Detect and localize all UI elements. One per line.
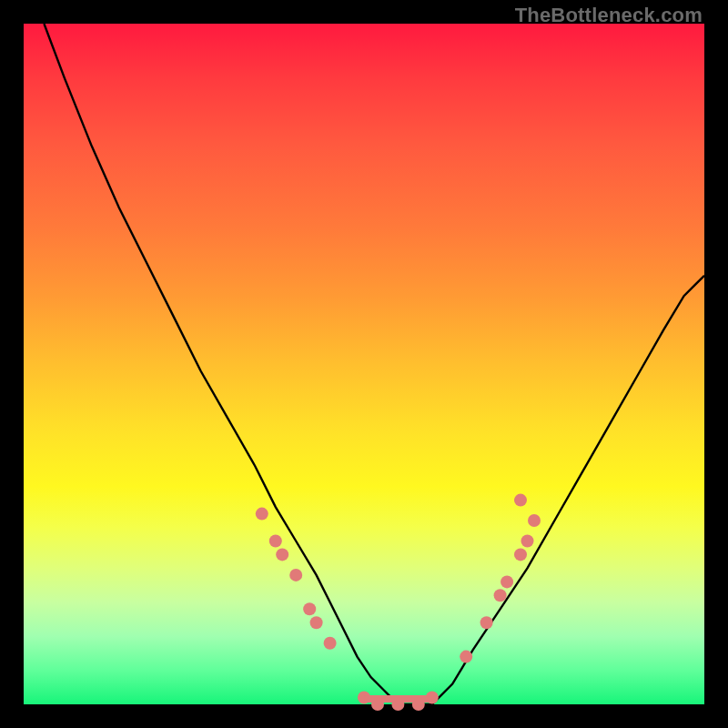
scatter-dot xyxy=(324,637,337,650)
scatter-dot xyxy=(460,651,472,663)
scatter-dot xyxy=(310,616,323,629)
scatter-dot xyxy=(514,494,527,507)
scatter-dot xyxy=(521,535,534,548)
flat-bottom-bar xyxy=(364,695,432,703)
chart-frame: TheBottleneck.com xyxy=(0,0,728,728)
plot-area xyxy=(24,24,704,704)
scatter-dot xyxy=(289,569,302,581)
scatter-dot xyxy=(514,548,527,561)
scatter-dot xyxy=(528,514,541,527)
scatter-dot xyxy=(500,575,513,588)
scatter-dot xyxy=(269,535,282,548)
scatter-dot xyxy=(303,602,316,615)
scatter-dot xyxy=(256,508,268,521)
bottleneck-curve xyxy=(44,24,704,704)
watermark-text: TheBottleneck.com xyxy=(515,4,703,27)
scatter-dot xyxy=(480,616,493,629)
scatter-dot xyxy=(494,589,507,602)
chart-svg xyxy=(24,24,704,704)
scatter-dot xyxy=(276,548,288,561)
scatter-dots xyxy=(256,494,541,711)
